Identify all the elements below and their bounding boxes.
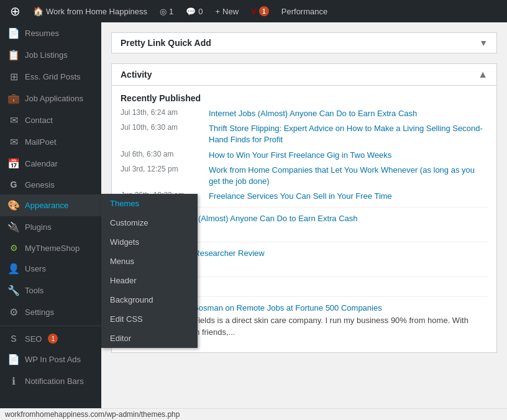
wp-icon: ⊕ [10,4,21,19]
contact-icon: ✉ [7,114,20,126]
activity-date-2: Jul 10th, 6:30 am [121,123,201,132]
submenu-customize[interactable]: Customize [101,213,198,232]
site-name: Work from Home Happiness [46,7,147,16]
job-listings-label: Job Listings [25,50,68,60]
submenu-themes[interactable]: Themes [101,194,198,213]
sidebar-item-job-listings[interactable]: 📋 Job Listings [0,44,101,66]
sidebar-item-job-applications[interactable]: 💼 Job Applications [0,88,101,109]
users-icon: 👤 [7,263,20,275]
activity-link-1[interactable]: Internet Jobs (Almost) Anyone Can Do to … [209,108,417,119]
pretty-link-title: Pretty Link Quick Add [121,38,211,48]
settings-icon: ⚙ [7,306,20,318]
plus-icon: + [216,7,221,16]
ess-grid-icon: ⊞ [7,71,20,83]
performance-button[interactable]: Performance [276,4,332,19]
comments-count: 0 [198,7,203,16]
submenu-background[interactable]: Background [101,290,198,309]
resumes-label: Resumes [25,29,59,38]
job-applications-icon: 💼 [7,93,20,104]
sidebar-item-tools[interactable]: 🔧 Tools [0,280,101,301]
activity-row-4: Jul 3rd, 12:25 pm Work from Home Compani… [121,165,488,187]
wp-logo-button[interactable]: ⊕ [5,1,25,21]
activity-title: Activity [121,70,152,80]
contact-label: Contact [25,116,53,125]
activity-link-2[interactable]: Thrift Store Flipping: Expert Advice on … [209,123,488,145]
activity-toggle-icon[interactable]: ▲ [478,69,488,80]
sidebar-item-genesis[interactable]: G Genesis [0,175,101,194]
pretty-link-toggle[interactable]: ▼ [479,38,488,48]
genesis-label: Genesis [25,180,55,189]
sidebar-item-plugins[interactable]: 🔌 Plugins [0,216,101,238]
status-url: workfromhomehappiness.com/wp-admin/theme… [5,410,180,419]
updates-count: 1 [169,7,173,16]
comments-icon: 💬 [186,7,196,16]
mailpoet-label: MailPoet [25,137,57,147]
activity-date-3: Jul 6th, 6:30 am [121,150,201,158]
sidebar: 📄 Resumes 📋 Job Listings ⊞ Ess. Grid Pos… [0,22,101,420]
sidebar-item-resumes[interactable]: 📄 Resumes [0,22,101,44]
house-icon: 🏠 [33,6,43,16]
sidebar-item-appearance[interactable]: 🎨 Appearance [0,194,101,216]
pretty-link-header[interactable]: Pretty Link Quick Add ▼ [112,33,496,53]
wp-in-post-ads-label: WP In Post Ads [25,355,81,364]
activity-link-5[interactable]: Freelance Services You Can Sell in Your … [209,191,392,202]
job-applications-label: Job Applications [25,94,83,103]
wp-in-post-ads-icon: 📄 [7,354,20,365]
plugins-label: Plugins [25,222,52,232]
sidebar-item-seo[interactable]: S SEO 1 [0,329,101,349]
calendar-icon: 📅 [7,158,20,170]
sidebar-item-ess-grid[interactable]: ⊞ Ess. Grid Posts [0,66,101,88]
submenu-menus[interactable]: Menus [101,252,198,271]
activity-widget-header[interactable]: Activity ▲ [112,64,496,86]
sidebar-item-calendar[interactable]: 📅 Calendar [0,153,101,175]
activity-row-1: Jul 13th, 6:24 am Internet Jobs (Almost)… [121,108,488,119]
sidebar-item-contact[interactable]: ✉ Contact [0,109,101,131]
activity-row-2: Jul 10th, 6:30 am Thrift Store Flipping:… [121,123,488,145]
comments-button[interactable]: 💬 0 [181,4,208,19]
resumes-icon: 📄 [7,27,20,39]
appearance-submenu: Themes Customize Widgets Menus Header Ba… [101,194,198,348]
yoast-badge: 1 [259,6,269,16]
updates-button[interactable]: ◎ 1 [155,4,178,19]
tools-label: Tools [25,286,43,295]
activity-date-4: Jul 3rd, 12:25 pm [121,165,201,173]
sidebar-item-mailpoet[interactable]: ✉ MailPoet [0,131,101,153]
notification-bars-label: Notification Bars [25,377,84,386]
submenu-widgets[interactable]: Widgets [101,232,198,252]
yoast-button[interactable]: V 1 [246,4,274,19]
new-label: New [222,7,239,16]
job-listings-icon: 📋 [7,49,20,61]
sidebar-item-notification-bars[interactable]: ℹ Notification Bars [0,370,101,392]
performance-label: Performance [281,7,327,16]
status-bar: workfromhomehappiness.com/wp-admin/theme… [0,408,507,420]
updates-icon: ◎ [160,7,167,16]
submenu-edit-css[interactable]: Edit CSS [101,309,198,329]
seo-icon: S [7,334,20,344]
submenu-editor[interactable]: Editor [101,329,198,348]
yoast-icon: V [251,7,257,16]
activity-date-1: Jul 13th, 6:24 am [121,108,201,117]
activity-row-3: Jul 6th, 6:30 am How to Win Your First F… [121,150,488,161]
sidebar-item-settings[interactable]: ⚙ Settings [0,301,101,323]
activity-link-3[interactable]: How to Win Your First Freelance Gig in T… [209,150,391,161]
comment-jenn-content: From Jenn Gosman on Remote Jobs at Fortu… [152,302,488,339]
new-content-button[interactable]: + New [211,4,244,19]
sidebar-item-users[interactable]: 👤 Users [0,258,101,280]
comment-jenn-text: Rodan and Fields is a direct skin care c… [152,314,488,339]
tools-icon: 🔧 [7,285,20,296]
mailpoet-icon: ✉ [7,136,20,148]
settings-label: Settings [25,308,54,317]
appearance-label: Appearance [25,201,68,210]
sidebar-divider-1 [0,326,101,326]
activity-link-4[interactable]: Work from Home Companies that Let You Wo… [209,165,488,187]
ess-grid-label: Ess. Grid Posts [25,72,81,81]
sidebar-item-mythemeshop[interactable]: ⚙ MyThemeShop [0,238,101,258]
appearance-icon: 🎨 [7,199,20,211]
sidebar-item-wp-in-post-ads[interactable]: 📄 WP In Post Ads [0,349,101,370]
site-name-button[interactable]: 🏠 Work from Home Happiness [28,4,152,19]
pretty-link-widget: Pretty Link Quick Add ▼ [111,32,497,53]
layout: 📄 Resumes 📋 Job Listings ⊞ Ess. Grid Pos… [0,22,507,420]
admin-bar: ⊕ 🏠 Work from Home Happiness ◎ 1 💬 0 + N… [0,0,507,22]
recently-published-title: Recently Published [121,93,488,103]
submenu-header[interactable]: Header [101,271,198,290]
